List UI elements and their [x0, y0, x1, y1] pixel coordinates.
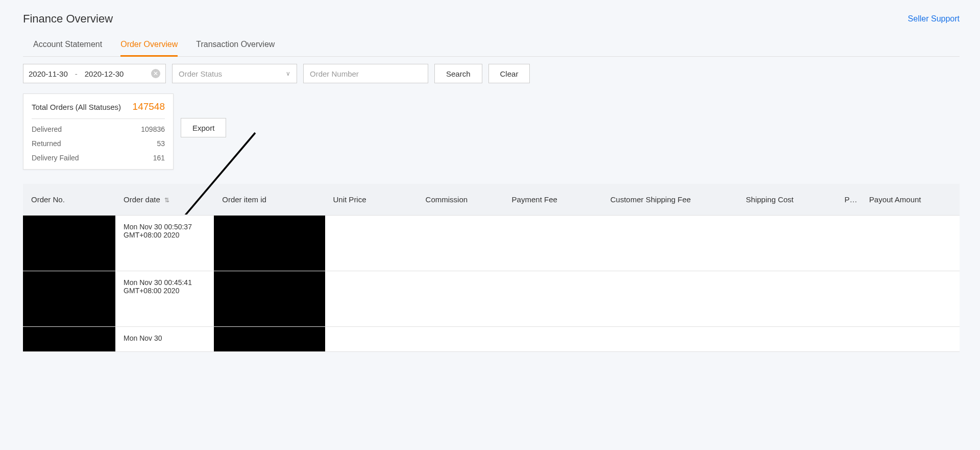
cell-order-item-id — [214, 327, 325, 352]
tabs: Account Statement Order Overview Transac… — [23, 35, 960, 57]
cell-payment-fee — [504, 327, 602, 352]
th-shipping-cost[interactable]: Shipping Cost — [738, 184, 836, 216]
cell-pro — [837, 216, 861, 271]
cell-payment-fee — [504, 216, 602, 271]
cell-payment-fee — [504, 271, 602, 327]
sort-icon[interactable]: ⇅ — [164, 197, 169, 204]
cell-commission — [418, 271, 504, 327]
stats-item-delivered: Delivered 109836 — [32, 119, 165, 133]
cell-pro — [837, 271, 861, 327]
order-status-select[interactable]: Order Status ∨ — [172, 64, 297, 83]
cell-order-no — [23, 327, 115, 352]
tab-account-statement[interactable]: Account Statement — [33, 35, 102, 57]
date-from: 2020-11-30 — [29, 69, 68, 78]
cell-order-date: Mon Nov 30 — [115, 327, 214, 352]
cell-customer-shipping-fee — [602, 216, 738, 271]
th-payout-amount[interactable]: Payout Amount — [861, 184, 960, 216]
stats-total-value: 147548 — [133, 101, 165, 112]
chevron-down-icon: ∨ — [286, 70, 290, 77]
cell-payout-amount — [861, 327, 960, 352]
stats-item-value: 109836 — [141, 125, 165, 133]
table-row: Mon Nov 30 00:50:37 GMT+08:00 2020 — [23, 216, 960, 271]
stats-item-value: 161 — [153, 154, 165, 162]
cell-unit-price — [325, 327, 418, 352]
cell-order-date: Mon Nov 30 00:45:41 GMT+08:00 2020 — [115, 271, 214, 327]
search-button[interactable]: Search — [434, 64, 482, 83]
stats-item-label: Delivery Failed — [32, 154, 79, 162]
cell-pro — [837, 327, 861, 352]
stats-item-returned: Returned 53 — [32, 133, 165, 148]
date-range-picker[interactable]: 2020-11-30 - 2020-12-30 ✕ — [23, 64, 166, 83]
th-commission[interactable]: Commission — [418, 184, 504, 216]
cell-unit-price — [325, 216, 418, 271]
clear-date-icon[interactable]: ✕ — [151, 69, 160, 78]
clear-button[interactable]: Clear — [488, 64, 530, 83]
page-title: Finance Overview — [23, 12, 113, 26]
th-customer-shipping-fee[interactable]: Customer Shipping Fee — [602, 184, 738, 216]
cell-commission — [418, 327, 504, 352]
orders-table: Order No. Order date ⇅ Order item id Uni… — [23, 184, 960, 352]
cell-payout-amount — [861, 271, 960, 327]
th-pro[interactable]: Pro — [837, 184, 861, 216]
cell-order-no — [23, 271, 115, 327]
cell-order-date: Mon Nov 30 00:50:37 GMT+08:00 2020 — [115, 216, 214, 271]
cell-payout-amount — [861, 216, 960, 271]
stats-total-label: Total Orders (All Statuses) — [32, 103, 121, 111]
stats-item-delivery-failed: Delivery Failed 161 — [32, 148, 165, 162]
th-payment-fee[interactable]: Payment Fee — [504, 184, 602, 216]
stats-card: Total Orders (All Statuses) 147548 Deliv… — [23, 93, 174, 170]
th-unit-price[interactable]: Unit Price — [325, 184, 418, 216]
th-order-no[interactable]: Order No. — [23, 184, 115, 216]
cell-shipping-cost — [738, 327, 836, 352]
cell-customer-shipping-fee — [602, 327, 738, 352]
cell-shipping-cost — [738, 271, 836, 327]
seller-support-link[interactable]: Seller Support — [908, 14, 960, 23]
stats-item-label: Delivered — [32, 125, 62, 133]
date-to: 2020-12-30 — [85, 69, 124, 78]
export-button[interactable]: Export — [181, 118, 226, 137]
tab-order-overview[interactable]: Order Overview — [120, 35, 178, 57]
cell-commission — [418, 216, 504, 271]
stats-item-label: Returned — [32, 139, 61, 148]
table-row: Mon Nov 30 00:45:41 GMT+08:00 2020 — [23, 271, 960, 327]
cell-customer-shipping-fee — [602, 271, 738, 327]
order-number-input[interactable] — [303, 64, 428, 83]
order-status-placeholder: Order Status — [179, 69, 222, 78]
cell-shipping-cost — [738, 216, 836, 271]
th-order-date[interactable]: Order date ⇅ — [115, 184, 214, 216]
th-order-date-label: Order date — [124, 195, 160, 204]
cell-order-no — [23, 216, 115, 271]
cell-order-item-id — [214, 271, 325, 327]
stats-item-value: 53 — [157, 139, 165, 148]
th-order-item-id[interactable]: Order item id — [214, 184, 325, 216]
date-dash: - — [75, 69, 78, 78]
table-row: Mon Nov 30 — [23, 327, 960, 352]
filter-bar: 2020-11-30 - 2020-12-30 ✕ Order Status ∨… — [23, 64, 960, 83]
cell-order-item-id — [214, 216, 325, 271]
cell-unit-price — [325, 271, 418, 327]
tab-transaction-overview[interactable]: Transaction Overview — [196, 35, 275, 57]
